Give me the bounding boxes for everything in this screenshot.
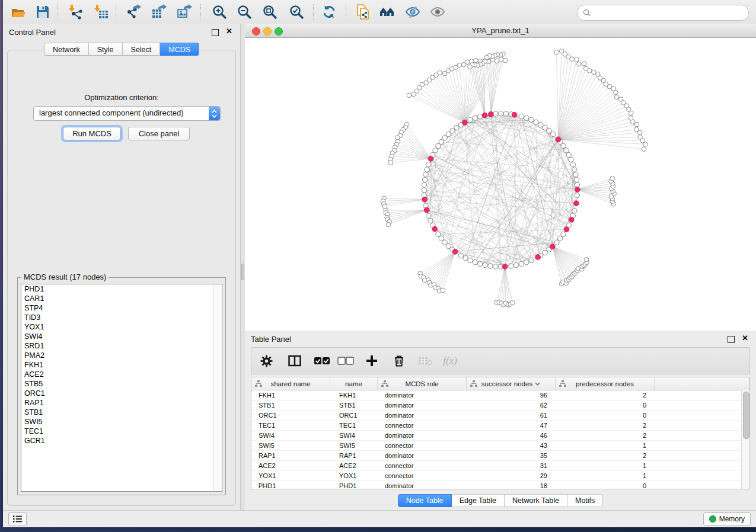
mcds-node[interactable] bbox=[488, 111, 493, 117]
cell[interactable]: 18 bbox=[467, 481, 556, 489]
network-node[interactable] bbox=[554, 50, 559, 55]
mcds-result-item[interactable]: GCR1 bbox=[21, 436, 222, 446]
network-node[interactable] bbox=[446, 132, 451, 136]
network-node[interactable] bbox=[569, 157, 573, 162]
mcds-node[interactable] bbox=[573, 201, 579, 206]
mcds-result-item[interactable]: RAP1 bbox=[21, 398, 222, 408]
mcds-result-item[interactable]: STP4 bbox=[21, 303, 222, 313]
network-node[interactable] bbox=[543, 125, 547, 130]
cell[interactable]: 2 bbox=[556, 421, 655, 430]
network-node[interactable] bbox=[538, 122, 543, 127]
mcds-list-scrollbar[interactable] bbox=[213, 284, 222, 491]
network-node[interactable] bbox=[493, 111, 498, 116]
network-node[interactable] bbox=[543, 250, 547, 255]
network-node[interactable] bbox=[473, 260, 477, 265]
table-row[interactable]: FKH1FKH1dominator962 bbox=[251, 390, 749, 400]
cell[interactable]: RAP1 bbox=[330, 451, 378, 460]
table-row[interactable]: TEC1TEC1connector472 bbox=[251, 421, 749, 431]
network-node[interactable] bbox=[433, 148, 438, 153]
network-node[interactable] bbox=[422, 182, 426, 187]
cell[interactable]: connector bbox=[378, 471, 467, 480]
cell[interactable] bbox=[655, 411, 749, 420]
cell[interactable]: STB1 bbox=[251, 400, 330, 410]
network-node[interactable] bbox=[428, 218, 433, 223]
cell[interactable]: connector bbox=[378, 461, 467, 470]
network-node[interactable] bbox=[519, 261, 524, 266]
network-node[interactable] bbox=[554, 240, 559, 245]
mcds-result-item[interactable]: PMA2 bbox=[21, 351, 222, 360]
network-node[interactable] bbox=[634, 127, 639, 132]
mcds-node[interactable] bbox=[482, 113, 487, 118]
cell[interactable]: YOX1 bbox=[251, 471, 330, 480]
column-header-predecessor-nodes[interactable]: predecessor nodes bbox=[556, 377, 655, 390]
mcds-node[interactable] bbox=[550, 244, 555, 249]
export-table-button[interactable] bbox=[148, 2, 170, 22]
cell[interactable]: 1 bbox=[556, 441, 655, 450]
delete-table-button[interactable] bbox=[415, 352, 435, 370]
network-node[interactable] bbox=[442, 240, 447, 245]
network-node[interactable] bbox=[407, 93, 412, 98]
mcds-node[interactable] bbox=[452, 249, 458, 254]
float-panel-icon[interactable] bbox=[212, 29, 219, 36]
network-node[interactable] bbox=[524, 116, 529, 120]
mcds-result-item[interactable]: SRD1 bbox=[21, 341, 222, 351]
network-node[interactable] bbox=[638, 135, 643, 140]
table-row[interactable]: RAP1RAP1dominator352 bbox=[251, 451, 749, 461]
network-node[interactable] bbox=[468, 258, 473, 262]
network-node[interactable] bbox=[524, 260, 529, 265]
cell[interactable] bbox=[655, 461, 749, 470]
cell[interactable]: 31 bbox=[467, 461, 556, 470]
table-settings-button[interactable] bbox=[256, 352, 276, 370]
mcds-node[interactable] bbox=[556, 137, 561, 142]
table-row[interactable]: PHD1PHD1dominator180 bbox=[251, 481, 749, 489]
network-node[interactable] bbox=[488, 264, 493, 268]
network-node[interactable] bbox=[558, 236, 563, 241]
tab-node-table[interactable]: Node Table bbox=[398, 494, 452, 507]
cell[interactable]: 47 bbox=[467, 421, 556, 430]
network-node[interactable] bbox=[388, 161, 393, 165]
table-row[interactable]: ACE2ACE2connector311 bbox=[251, 461, 749, 471]
network-node[interactable] bbox=[610, 176, 615, 181]
cell[interactable]: FKH1 bbox=[330, 390, 378, 400]
network-canvas[interactable] bbox=[245, 38, 756, 331]
column-header-successor-nodes[interactable]: successor nodes bbox=[467, 377, 556, 390]
network-node[interactable] bbox=[454, 125, 459, 130]
cell[interactable]: YOX1 bbox=[330, 471, 378, 480]
cell[interactable]: SWI4 bbox=[251, 431, 330, 440]
cell[interactable]: dominator bbox=[378, 481, 467, 489]
mcds-result-item[interactable]: FKH1 bbox=[21, 360, 222, 370]
splitter-grip[interactable] bbox=[241, 264, 244, 280]
table-row[interactable]: YOX1YOX1connector291 bbox=[251, 471, 749, 481]
network-node[interactable] bbox=[474, 58, 479, 63]
tab-mcds[interactable]: MCDS bbox=[160, 43, 199, 56]
network-node[interactable] bbox=[572, 167, 577, 172]
cell[interactable]: 0 bbox=[556, 481, 655, 489]
memory-button[interactable]: Memory bbox=[703, 512, 751, 525]
network-node[interactable] bbox=[426, 213, 431, 218]
cell[interactable] bbox=[655, 400, 749, 410]
network-node[interactable] bbox=[575, 193, 579, 198]
select-all-rows-button[interactable] bbox=[312, 352, 332, 370]
table-scrollbar[interactable] bbox=[741, 390, 749, 489]
network-node[interactable] bbox=[450, 129, 455, 133]
table-row[interactable]: ORC1ORC1dominator610 bbox=[251, 411, 749, 421]
network-node[interactable] bbox=[534, 120, 538, 124]
mcds-result-item[interactable]: PHD1 bbox=[21, 284, 222, 294]
network-node[interactable] bbox=[574, 177, 579, 182]
cell[interactable]: 61 bbox=[467, 411, 556, 420]
hide-selected-button[interactable] bbox=[402, 2, 423, 22]
mcds-result-item[interactable]: STB5 bbox=[21, 379, 222, 389]
network-node[interactable] bbox=[412, 92, 416, 97]
column-header-MCDS-role[interactable]: MCDS role bbox=[378, 377, 467, 390]
network-node[interactable] bbox=[463, 256, 468, 261]
show-task-history-button[interactable] bbox=[8, 512, 27, 525]
tab-select[interactable]: Select bbox=[123, 43, 161, 56]
mcds-result-item[interactable]: TEC1 bbox=[21, 427, 222, 436]
network-node[interactable] bbox=[477, 261, 482, 266]
network-node[interactable] bbox=[493, 264, 498, 269]
close-panel-icon[interactable]: ✕ bbox=[226, 27, 232, 36]
network-node[interactable] bbox=[592, 70, 596, 75]
cell[interactable]: PHD1 bbox=[251, 481, 330, 489]
optimization-criterion-select[interactable]: largest connected component (undirected) bbox=[33, 106, 221, 121]
zoom-selected-button[interactable] bbox=[286, 2, 307, 22]
